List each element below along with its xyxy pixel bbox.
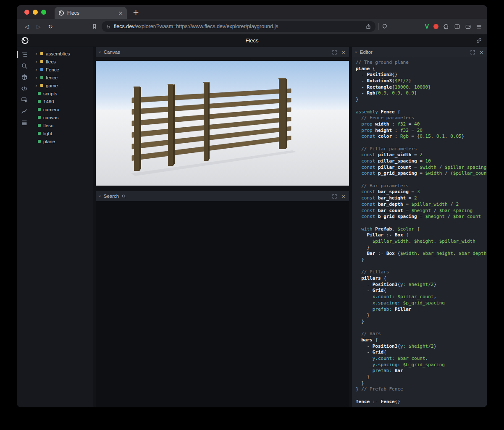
cube-icon[interactable]	[21, 74, 28, 81]
entity-color-square	[38, 116, 41, 119]
extensions-puzzle-icon[interactable]	[443, 24, 449, 30]
chart-icon[interactable]	[21, 108, 28, 115]
forward-button[interactable]: ▷	[34, 24, 44, 30]
new-tab-button[interactable]: +	[133, 8, 139, 16]
tree-item-label: game	[46, 83, 58, 88]
tree-item-plane[interactable]: plane	[32, 137, 93, 145]
entity-color-square	[40, 68, 43, 71]
url-text: flecs.dev/explorer/?wasm=https://www.fle…	[114, 24, 278, 29]
canvas-3d-viewport[interactable]	[96, 61, 349, 186]
wallet-icon[interactable]	[465, 24, 471, 30]
code-icon[interactable]	[21, 85, 28, 92]
entity-color-square	[40, 52, 43, 55]
editor-panel: › Editor × // The ground planeplane { - …	[352, 47, 487, 407]
entity-color-square	[40, 84, 43, 87]
collapse-chevron-icon[interactable]: ›	[97, 195, 103, 197]
flecs-logo-icon[interactable]	[21, 37, 29, 46]
entity-color-square	[40, 60, 43, 63]
extension-cluster: V	[425, 23, 482, 30]
close-window-button[interactable]	[24, 10, 29, 15]
canvas-panel: › Canvas ×	[96, 47, 349, 186]
bookmark-icon[interactable]	[92, 24, 97, 29]
tree-item-label: canvas	[43, 115, 58, 120]
flecs-explorer-app: Flecs	[17, 34, 487, 407]
entity-color-square	[38, 140, 41, 143]
tree-item-fence[interactable]: ›fence	[32, 73, 93, 81]
tree-item-light[interactable]: light	[32, 129, 93, 137]
center-column: › Canvas ×	[96, 47, 349, 407]
v-extension-icon[interactable]: V	[425, 23, 429, 30]
tab-strip: Flecs × +	[17, 5, 487, 19]
collapse-chevron-icon[interactable]: ›	[97, 51, 103, 53]
browser-tab[interactable]: Flecs ×	[55, 7, 127, 19]
close-panel-icon[interactable]: ×	[341, 193, 346, 199]
tree-item-label: 1460	[43, 99, 54, 104]
tree-item-canvas[interactable]: canvas	[32, 113, 93, 121]
expand-chevron-icon: ›	[35, 51, 39, 56]
tree-item-flesc[interactable]: flesc	[32, 121, 93, 129]
tree-item-label: plane	[43, 139, 55, 144]
canvas-panel-header: › Canvas ×	[96, 47, 349, 57]
tree-item-label: camera	[43, 107, 59, 112]
entity-tree: ›assemblies›flecs›Fence›fence›gamescript…	[32, 47, 93, 407]
entity-color-square	[38, 100, 41, 103]
minimize-window-button[interactable]	[33, 10, 38, 15]
shield-icon[interactable]	[382, 24, 388, 29]
tree-item-assemblies[interactable]: ›assemblies	[32, 50, 93, 58]
tree-item-game[interactable]: ›game	[32, 81, 93, 89]
tab-title: Flecs	[67, 10, 118, 16]
sidebar-toggle-icon[interactable]	[454, 24, 460, 30]
page-title: Flecs	[245, 37, 258, 44]
close-panel-icon[interactable]: ×	[479, 49, 484, 55]
entity-color-square	[40, 76, 43, 79]
tree-item-label: Fence	[46, 67, 59, 72]
stats-icon[interactable]	[21, 119, 28, 126]
search-magnifier-icon	[121, 194, 126, 199]
search-icon[interactable]	[21, 63, 28, 69]
tree-item-Fence[interactable]: ›Fence	[32, 66, 93, 73]
traffic-lights	[17, 10, 51, 15]
app-header: Flecs	[17, 34, 487, 47]
menu-icon[interactable]	[476, 24, 482, 30]
tree-item-label: flecs	[46, 59, 56, 64]
url-bar[interactable]: flecs.dev/explorer/?wasm=https://www.fle…	[102, 21, 375, 32]
tree-item-label: flesc	[43, 123, 53, 128]
reload-button[interactable]: ↻	[45, 24, 55, 30]
tree-item-1460[interactable]: 1460	[32, 97, 93, 105]
editor-code[interactable]: // The ground planeplane { - Position3{}…	[352, 57, 487, 407]
close-panel-icon[interactable]: ×	[341, 49, 346, 55]
tree-item-camera[interactable]: camera	[32, 105, 93, 113]
share-icon[interactable]	[365, 24, 371, 29]
expand-chevron-icon: ›	[35, 59, 39, 64]
tree-item-label: light	[43, 131, 52, 136]
entity-tree-icon[interactable]	[21, 51, 28, 58]
share-link-icon[interactable]	[476, 37, 482, 45]
lock-icon	[106, 24, 111, 29]
expand-panel-icon[interactable]	[470, 50, 475, 55]
browser-toolbar: ◁ ▷ ↻ flecs.dev/explorer/?wasm=https://w…	[17, 19, 487, 34]
icon-sidebar	[17, 47, 32, 407]
tree-item-flecs[interactable]: ›flecs	[32, 58, 93, 66]
inspect-icon[interactable]	[21, 97, 28, 103]
collapse-chevron-icon[interactable]: ›	[353, 51, 359, 53]
expand-panel-icon[interactable]	[332, 194, 337, 199]
tree-item-label: scripts	[43, 91, 57, 96]
record-extension-icon[interactable]	[433, 24, 438, 29]
expand-chevron-icon: ›	[35, 67, 39, 72]
search-panel-header: › Search ×	[96, 191, 349, 201]
entity-color-square	[38, 108, 41, 111]
search-panel-title: Search	[104, 194, 119, 199]
expand-panel-icon[interactable]	[332, 50, 337, 55]
editor-panel-title: Editor	[360, 50, 373, 55]
zoom-window-button[interactable]	[41, 10, 46, 15]
back-button[interactable]: ◁	[22, 24, 32, 30]
canvas-panel-title: Canvas	[104, 50, 120, 55]
expand-chevron-icon: ›	[35, 75, 39, 80]
tree-item-label: assemblies	[46, 51, 70, 56]
entity-color-square	[38, 132, 41, 135]
tree-item-label: fence	[46, 75, 58, 80]
tab-close-icon[interactable]: ×	[118, 10, 123, 16]
expand-chevron-icon: ›	[35, 83, 39, 88]
search-results-area[interactable]	[96, 201, 349, 407]
tree-item-scripts[interactable]: scripts	[32, 89, 93, 97]
